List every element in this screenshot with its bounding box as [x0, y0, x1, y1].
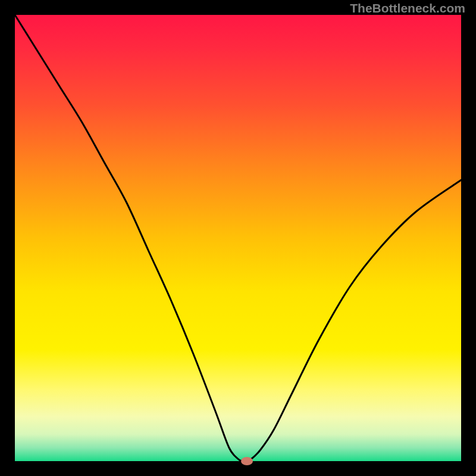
bottleneck-chart: TheBottleneck.com: [0, 0, 476, 476]
target-marker: [241, 457, 253, 465]
chart-svg: [0, 0, 476, 476]
watermark-text: TheBottleneck.com: [350, 1, 465, 15]
plot-background: [15, 15, 461, 461]
